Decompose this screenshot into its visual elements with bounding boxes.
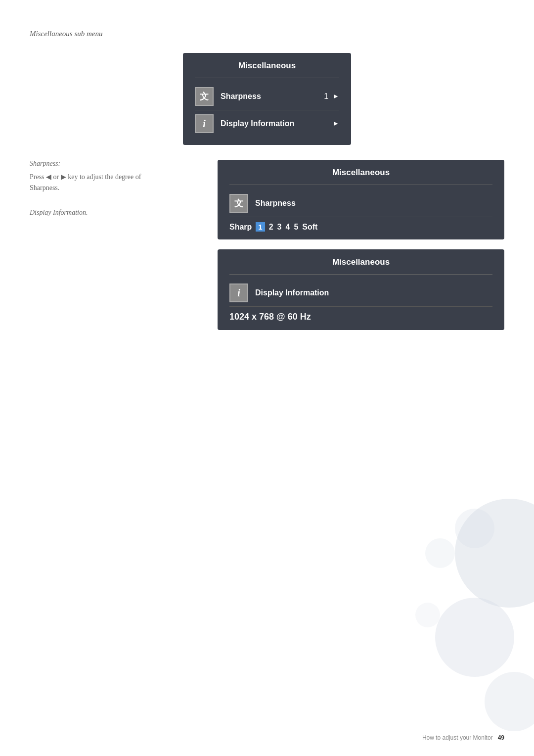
sharpness-menu-row: 文 Sharpness 1 ► (195, 83, 339, 110)
footer: How to adjust your Monitor 49 (422, 734, 504, 741)
background-decoration (386, 459, 534, 756)
soft-label: Soft (302, 223, 317, 232)
submenu-title: Miscellaneous sub menu (30, 30, 504, 38)
sharpness-detail-icon: 文 (229, 194, 248, 213)
sharpness-description: Press ◀ or ▶ key to adjust the degree of… (30, 172, 198, 194)
display-info-menu-row: i Display Information ► (195, 110, 339, 137)
display-info-detail-label: Display Information (255, 288, 492, 297)
display-info-detail-row: i Display Information (229, 280, 492, 307)
sharpness-section-label: Sharpness: (30, 160, 198, 168)
sharpness-scale: Sharp 1 2 3 4 5 Soft (229, 222, 492, 232)
display-info-label: Display Information (221, 119, 332, 128)
display-info-section-label: Display Information. (30, 209, 198, 217)
main-area: Sharpness: Press ◀ or ▶ key to adjust th… (30, 160, 504, 330)
sharpness-detail-divider (229, 185, 492, 185)
right-arrow-icon: ▶ (61, 173, 66, 181)
sharpness-arrow-right-icon: ► (332, 93, 339, 100)
sharpness-detail-label: Sharpness (255, 199, 492, 208)
sharpness-detail-icon-char: 文 (234, 197, 243, 209)
display-info-detail-menu-title: Miscellaneous (229, 257, 492, 267)
right-panel: Miscellaneous 文 Sharpness Sharp 1 2 3 4 … (218, 160, 504, 330)
footer-text: How to adjust your Monitor (422, 734, 493, 741)
sharpness-label: Sharpness (221, 92, 324, 101)
sharp-value-3: 3 (277, 223, 282, 232)
display-info-detail-menu: Miscellaneous i Display Information 1024… (218, 249, 504, 330)
display-info-detail-icon: i (229, 284, 248, 302)
display-resolution: 1024 x 768 @ 60 Hz (229, 312, 492, 322)
display-info-detail-divider (229, 274, 492, 275)
display-info-detail-icon-char: i (237, 287, 240, 299)
sharp-value-1: 1 (256, 222, 265, 232)
sharp-value-5: 5 (294, 223, 298, 232)
sharpness-value: 1 (324, 92, 328, 101)
sharpness-detail-menu: Miscellaneous 文 Sharpness Sharp 1 2 3 4 … (218, 160, 504, 239)
display-info-icon-char: i (203, 118, 206, 130)
left-arrow-icon: ◀ (46, 173, 51, 181)
main-menu-title: Miscellaneous (195, 61, 339, 71)
sharp-value-4: 4 (286, 223, 290, 232)
sharpness-icon: 文 (195, 87, 214, 106)
sharpness-icon-char: 文 (200, 91, 209, 102)
footer-page-number: 49 (498, 734, 504, 741)
display-info-icon: i (195, 114, 214, 133)
sharpness-detail-row: 文 Sharpness (229, 190, 492, 217)
sharpness-detail-menu-title: Miscellaneous (229, 168, 492, 178)
main-osd-menu: Miscellaneous 文 Sharpness 1 ► i Display … (183, 53, 351, 145)
menu-divider (195, 78, 339, 78)
display-info-arrow-icon: ► (332, 120, 339, 128)
sharp-value-2: 2 (269, 223, 273, 232)
main-menu-container: Miscellaneous 文 Sharpness 1 ► i Display … (30, 53, 504, 145)
sharp-prefix: Sharp (229, 223, 252, 232)
left-panel: Sharpness: Press ◀ or ▶ key to adjust th… (30, 160, 198, 330)
